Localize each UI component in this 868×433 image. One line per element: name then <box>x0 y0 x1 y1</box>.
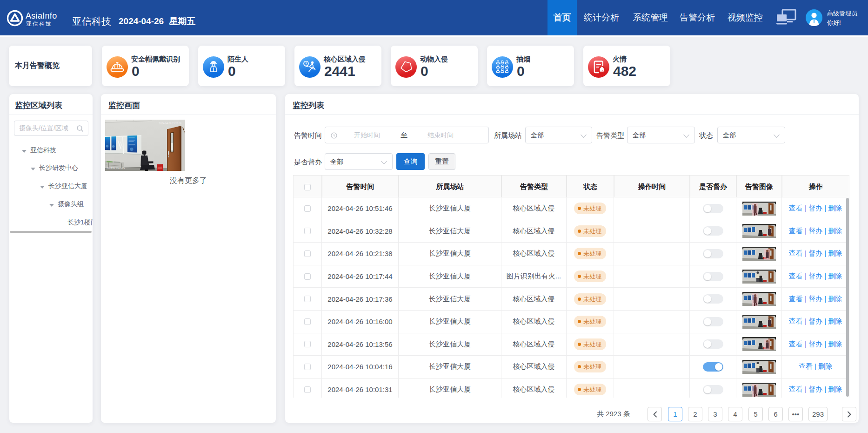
svg-text:NH-F12 Camera: NH-F12 Camera <box>107 167 126 169</box>
svg-text:2024-04-26 15:28:08: 2024-04-26 15:28:08 <box>159 122 181 125</box>
